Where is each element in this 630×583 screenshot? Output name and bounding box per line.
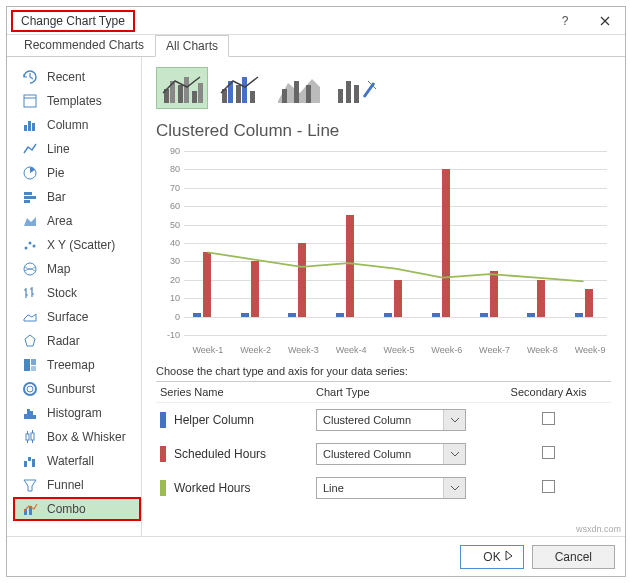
sidebar-item-label: Recent [47,70,85,84]
sidebar-item-column[interactable]: Column [13,113,141,137]
sidebar-item-sunburst[interactable]: Sunburst [13,377,141,401]
svg-point-9 [29,242,32,245]
sidebar-item-label: Templates [47,94,102,108]
chart-type-select-scheduled[interactable]: Clustered Column [316,443,466,465]
close-icon[interactable] [585,7,625,35]
sidebar-item-label: Treemap [47,358,95,372]
sidebar-item-label: Stock [47,286,77,300]
dialog-footer: OK Cancel [7,536,625,576]
ok-button[interactable]: OK [460,545,523,569]
radar-icon [21,332,39,350]
svg-point-17 [27,386,33,392]
svg-rect-31 [178,85,183,103]
scatter-icon [21,236,39,254]
cancel-button[interactable]: Cancel [532,545,615,569]
bar-icon [21,188,39,206]
svg-rect-44 [346,81,351,103]
svg-rect-1 [24,125,27,131]
watermark: wsxdn.com [576,524,621,534]
sidebar-item-recent[interactable]: Recent [13,65,141,89]
map-icon [21,260,39,278]
sidebar-item-surface[interactable]: Surface [13,305,141,329]
svg-rect-14 [31,359,36,365]
sidebar-item-label: Map [47,262,70,276]
sidebar-item-box-whisker[interactable]: Box & Whisker [13,425,141,449]
secondary-axis-checkbox-scheduled[interactable] [542,446,555,459]
subtype-stacked-area-column[interactable] [272,67,324,109]
sidebar-item-waterfall[interactable]: Waterfall [13,449,141,473]
svg-rect-34 [198,83,203,103]
svg-rect-18 [24,414,27,419]
svg-rect-0 [24,95,36,107]
chart-type-select-worked[interactable]: Line [316,477,466,499]
sidebar-item-templates[interactable]: Templates [13,89,141,113]
sidebar-item-stock[interactable]: Stock [13,281,141,305]
svg-rect-19 [27,409,30,419]
sidebar-item-label: Radar [47,334,80,348]
sidebar-item-label: Bar [47,190,66,204]
svg-rect-43 [338,89,343,103]
subtype-custom-combo[interactable] [330,67,382,109]
sidebar-item-radar[interactable]: Radar [13,329,141,353]
svg-point-16 [24,383,36,395]
tab-all-charts[interactable]: All Charts [155,35,229,57]
sidebar-item-treemap[interactable]: Treemap [13,353,141,377]
funnel-icon [21,476,39,494]
chart-type-select-helper[interactable]: Clustered Column [316,409,466,431]
sidebar-item-pie[interactable]: Pie [13,161,141,185]
sidebar-item-xy-scatter[interactable]: X Y (Scatter) [13,233,141,257]
sidebar-item-label: Pie [47,166,64,180]
svg-point-8 [25,247,28,250]
series-swatch [160,480,166,496]
svg-rect-3 [32,123,35,131]
svg-rect-45 [354,85,359,103]
recent-icon [21,68,39,86]
templates-icon [21,92,39,110]
svg-point-10 [33,245,36,248]
treemap-icon [21,356,39,374]
series-swatch [160,446,166,462]
svg-rect-22 [26,434,29,440]
chevron-down-icon [443,478,465,498]
svg-rect-32 [184,77,189,103]
waterfall-icon [21,452,39,470]
subtype-clustered-column-line-secondary[interactable] [214,67,266,109]
sidebar-item-label: Surface [47,310,88,324]
help-icon[interactable]: ? [545,7,585,35]
sidebar-item-funnel[interactable]: Funnel [13,473,141,497]
secondary-axis-checkbox-helper[interactable] [542,412,555,425]
svg-rect-5 [24,192,32,195]
chart-subtype-title: Clustered Column - Line [156,121,611,141]
sidebar-item-line[interactable]: Line [13,137,141,161]
sidebar-item-label: Line [47,142,70,156]
sidebar-item-map[interactable]: Map [13,257,141,281]
subtype-clustered-column-line[interactable] [156,67,208,109]
sidebar-item-label: Column [47,118,88,132]
main-panel: Clustered Column - Line -100102030405060… [142,57,625,536]
sidebar-item-label: Area [47,214,72,228]
sidebar-item-combo[interactable]: Combo [13,497,141,521]
svg-rect-25 [28,457,31,461]
sidebar-item-bar[interactable]: Bar [13,185,141,209]
tab-strip: Recommended Charts All Charts [7,35,625,57]
secondary-axis-checkbox-worked[interactable] [542,480,555,493]
sidebar-item-label: Sunburst [47,382,95,396]
chevron-down-icon [443,410,465,430]
header-series-name: Series Name [156,386,316,398]
svg-rect-24 [24,461,27,467]
sunburst-icon [21,380,39,398]
svg-rect-20 [30,411,33,419]
chart-preview[interactable]: -100102030405060708090 Week-1Week-2Week-… [156,147,611,357]
svg-rect-6 [24,196,36,199]
series-row-helper: Helper Column Clustered Column [156,403,611,437]
svg-rect-41 [294,81,299,103]
sidebar-item-label: Box & Whisker [47,430,126,444]
sidebar-item-area[interactable]: Area [13,209,141,233]
combo-icon [21,500,39,518]
svg-rect-38 [242,77,247,103]
svg-rect-33 [192,91,197,103]
sidebar-item-histogram[interactable]: Histogram [13,401,141,425]
sidebar-item-label: Funnel [47,478,84,492]
header-chart-type: Chart Type [316,386,486,398]
tab-recommended[interactable]: Recommended Charts [13,34,155,56]
